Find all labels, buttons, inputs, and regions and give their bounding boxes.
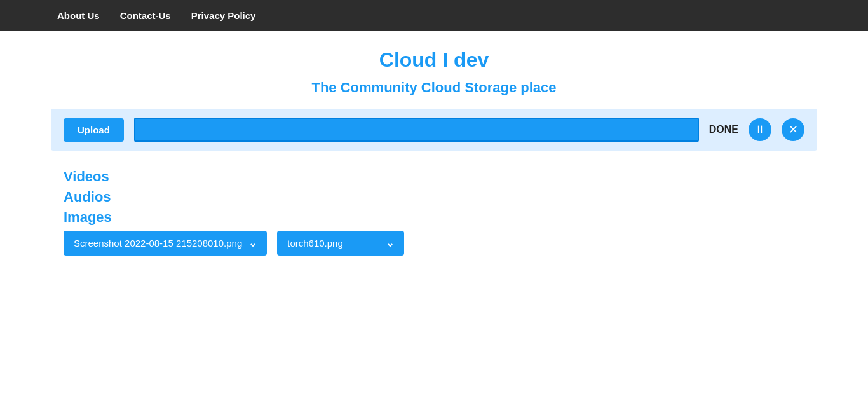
section-audios[interactable]: Audios: [64, 189, 804, 205]
site-title: Cloud I dev: [0, 48, 868, 72]
nav-bar: About Us Contact-Us Privacy Policy: [0, 0, 868, 31]
chevron-down-icon-1: ⌄: [248, 237, 257, 249]
section-images[interactable]: Images: [64, 209, 804, 226]
done-label[interactable]: DONE: [709, 124, 738, 135]
pause-button[interactable]: ⏸: [749, 118, 771, 141]
main-content: Videos Audios Images Screenshot 2022-08-…: [64, 168, 804, 256]
pause-icon: ⏸: [754, 123, 766, 137]
nav-about-us[interactable]: About Us: [57, 10, 100, 21]
nav-contact-us[interactable]: Contact-Us: [120, 10, 171, 21]
section-videos[interactable]: Videos: [64, 168, 804, 185]
nav-privacy-policy[interactable]: Privacy Policy: [191, 10, 256, 21]
file-item-2[interactable]: torch610.png ⌄: [277, 231, 404, 256]
upload-input[interactable]: [134, 118, 699, 142]
files-list: Screenshot 2022-08-15 215208010.png ⌄ to…: [64, 231, 804, 256]
file-name-2: torch610.png: [287, 238, 379, 249]
file-item-1[interactable]: Screenshot 2022-08-15 215208010.png ⌄: [64, 231, 267, 256]
close-icon: ✕: [789, 123, 798, 137]
page-header: Cloud I dev The Community Cloud Storage …: [0, 31, 868, 109]
chevron-down-icon-2: ⌄: [386, 237, 394, 249]
upload-toolbar: Upload DONE ⏸ ✕: [51, 109, 817, 151]
sections-list: Videos Audios Images: [64, 168, 804, 226]
file-name-1: Screenshot 2022-08-15 215208010.png: [74, 238, 242, 249]
site-subtitle: The Community Cloud Storage place: [0, 79, 868, 96]
close-button[interactable]: ✕: [782, 118, 804, 141]
upload-button[interactable]: Upload: [64, 118, 124, 142]
